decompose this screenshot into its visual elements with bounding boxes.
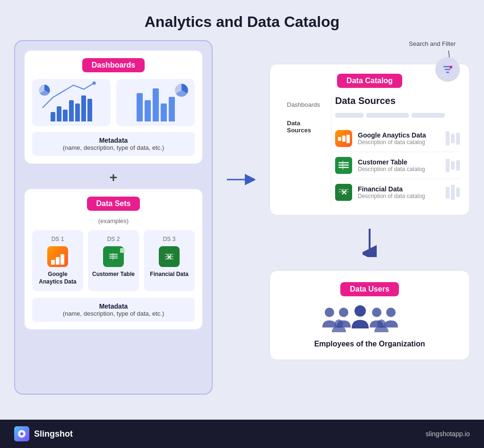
ds-desc-catalog-2: Description of data catalog [358, 166, 440, 172]
chart-left [32, 79, 111, 126]
ds-name-1: Google Anaytics Data [36, 271, 79, 285]
svg-point-1 [93, 81, 96, 85]
ga-icon [47, 246, 68, 267]
ds-name-2: Customer Table [92, 271, 135, 278]
pie-chart-right [174, 83, 189, 98]
svg-rect-10 [165, 254, 173, 255]
sidebar-tab-datasources[interactable]: Data Sources [279, 114, 331, 139]
ds-bars-3 [446, 185, 460, 200]
svg-rect-24 [338, 189, 349, 190]
svg-rect-7 [112, 253, 113, 260]
data-sources-title: Data Sources [335, 95, 460, 106]
arrow-right-svg [227, 172, 255, 187]
data-source-item-2[interactable]: Customer Table Description of data catal… [335, 152, 460, 179]
footer: Slingshot slingshotapp.io [0, 420, 484, 448]
svg-rect-19 [338, 164, 349, 166]
xl-icon: ✕ [159, 246, 180, 267]
sidebar-tab-dashboards[interactable]: Dashboards [279, 95, 331, 114]
catalog-layout: Dashboards Data Sources Data Sources [279, 95, 460, 206]
ga-bar [56, 257, 60, 265]
svg-point-32 [386, 308, 396, 317]
ds-icon-gs-catalog [335, 157, 352, 174]
data-users-box: Data Users [269, 270, 470, 360]
svg-rect-21 [342, 161, 344, 170]
users-icons [279, 304, 460, 332]
ds-name-catalog-3: Financial Data [358, 185, 440, 193]
ds-info-3: Financial Data Description of data catal… [358, 185, 440, 199]
search-filter-label: Search and Filter [409, 40, 456, 47]
svg-point-16 [449, 66, 452, 69]
ds-icon-ga-catalog [335, 130, 352, 147]
data-catalog-box: Data Catalog Dashboards Data Sources Dat… [269, 64, 470, 215]
ga-bar [346, 135, 350, 143]
datasets-grid: DS 1 Google Anaytics Data DS 2 [32, 230, 195, 291]
filter-icon [442, 64, 453, 75]
bar [153, 88, 159, 121]
svg-rect-25 [338, 191, 349, 192]
ds-label-2: DS 2 [92, 236, 135, 242]
dashboards-badge: Dashboards [82, 58, 145, 72]
ga-bar [342, 136, 346, 142]
datasets-metadata: Metadata (name, description, type of dat… [32, 298, 195, 322]
ds-label-1: DS 1 [36, 236, 79, 242]
chart-right [116, 79, 195, 126]
search-filter-area: Search and Filter [269, 40, 470, 54]
bar [137, 93, 143, 121]
ds-name-catalog-1: Google Anaytics Data [358, 131, 440, 139]
footer-brand-name: Slingshot [34, 429, 73, 439]
bar [145, 100, 151, 121]
filter-button[interactable] [435, 57, 460, 82]
users-label: Employees of the Organization [279, 340, 460, 348]
ds-icon-xl: ✕ [159, 246, 180, 267]
examples-label: (examples) [32, 217, 195, 224]
svg-rect-20 [338, 167, 349, 168]
dashboards-metadata: Metadata (name, description, type of dat… [32, 132, 195, 156]
svg-rect-18 [338, 162, 349, 164]
ds-info-1: Google Anaytics Data Description of data… [358, 131, 440, 146]
data-source-item-1[interactable]: Google Anaytics Data Description of data… [335, 125, 460, 152]
dataset-item-3: DS 3 ✕ Financial Data [144, 230, 195, 291]
footer-logo [14, 426, 29, 441]
ga-bar [60, 254, 64, 265]
line-chart [32, 79, 111, 112]
datasets-badge: Data Sets [87, 197, 140, 211]
svg-point-30 [354, 305, 366, 317]
data-sources-content: Data Sources [331, 95, 460, 206]
bar-chart-right [137, 86, 175, 121]
skeleton-bar [366, 113, 409, 118]
catalog-sidebar: Dashboards Data Sources [279, 95, 331, 206]
bar [51, 112, 55, 121]
ds-desc-catalog-1: Description of data catalog [358, 139, 440, 146]
dataset-item-1: DS 1 Google Anaytics Data [32, 230, 83, 291]
dashboards-box: Dashboards [25, 51, 202, 164]
ds-label-3: DS 3 [147, 236, 191, 242]
svg-point-28 [325, 308, 334, 317]
footer-url: slingshotapp.io [426, 430, 470, 438]
arrow-right [227, 40, 255, 187]
ds-name-catalog-2: Customer Table [358, 158, 440, 166]
right-panel: Search and Filter Data Catalog [269, 40, 470, 360]
sheets-svg [107, 250, 120, 263]
data-catalog-badge: Data Catalog [337, 74, 402, 88]
ds-icon-xl-catalog: ✕ [335, 184, 352, 201]
gs-icon [103, 246, 124, 267]
dashboard-charts [32, 79, 195, 126]
svg-point-31 [372, 308, 381, 317]
skeleton-bar [412, 113, 445, 118]
ds-icon-ga [47, 246, 68, 267]
ds-name-3: Financial Data [147, 271, 191, 278]
svg-rect-11 [165, 256, 173, 257]
excel-svg: ✕ [163, 250, 176, 263]
ga-bar [338, 137, 341, 141]
skeleton-bars [335, 113, 460, 118]
skeleton-bar [335, 113, 363, 118]
ds-info-2: Customer Table Description of data catal… [358, 158, 440, 172]
page-title: Analytics and Data Catalog [0, 0, 484, 40]
data-source-item-3[interactable]: ✕ Financial Data Description of data cat… [335, 179, 460, 206]
arrow-down-svg [363, 229, 377, 257]
ds-bars-2 [446, 159, 460, 172]
bar [169, 97, 175, 121]
datasets-box: Data Sets (examples) DS 1 Google Anaytic… [25, 189, 202, 329]
arrow-down-container [269, 225, 470, 261]
ds-icon-gs [103, 246, 124, 267]
